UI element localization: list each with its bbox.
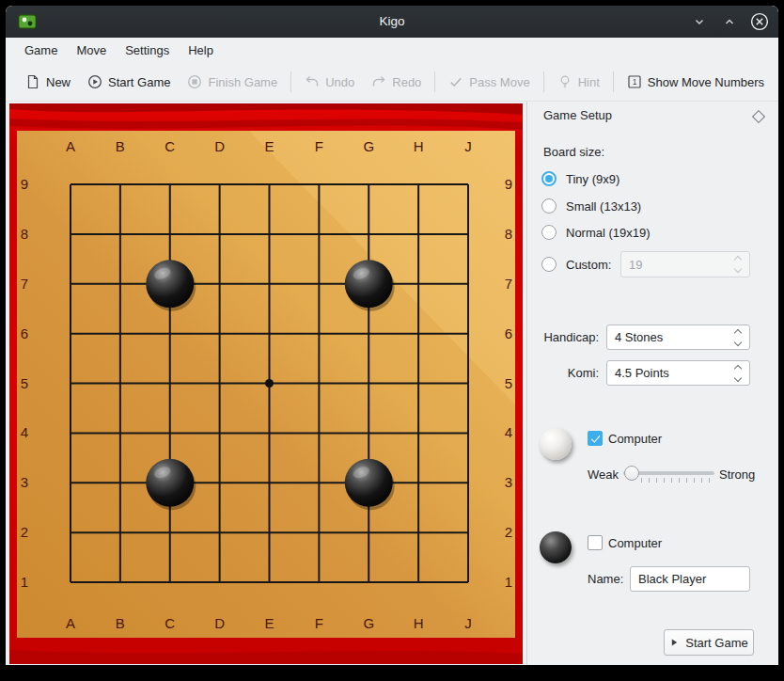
radio-custom[interactable] (541, 257, 557, 272)
board-row-label-right: 1 (505, 574, 512, 590)
board-column-label-bottom: E (264, 615, 274, 631)
titlebar: Kigo (6, 6, 778, 38)
kigo-window: Kigo Game Move Settings Help NewStart Ga… (6, 6, 778, 665)
board-row-label-left: 5 (21, 375, 28, 391)
board-row-label-left: 8 (21, 226, 28, 242)
strength-slider-handle[interactable] (624, 466, 639, 481)
toolbar-button-redo: Redo (363, 70, 430, 94)
toolbar-separator (290, 71, 291, 92)
star-point-e5 (265, 379, 274, 388)
toolbar-button-label: Redo (392, 75, 421, 89)
handicap-label: Handicap: (528, 325, 599, 350)
menu-game[interactable]: Game (15, 40, 67, 61)
window-controls (690, 6, 769, 38)
content-area: AABBCCDDEEFFGGHHJJ998877665544332211 Gam… (6, 102, 778, 665)
new-document-icon (25, 74, 40, 89)
lightbulb-icon (557, 74, 572, 89)
board-row-label-left: 1 (21, 574, 28, 590)
radio-tiny-label: Tiny (9x9) (566, 172, 619, 186)
toolbar-button-new[interactable]: New (17, 70, 79, 94)
radio-normal[interactable] (541, 225, 557, 240)
board-row-label-right: 3 (505, 474, 512, 490)
radio-normal-label: Normal (19x19) (566, 226, 651, 240)
toolbar-button-label: Pass Move (469, 75, 529, 89)
stop-circle-icon (187, 74, 202, 89)
komi-value: 4.5 Points (607, 366, 735, 380)
toolbar-button-show-move-numbers[interactable]: 1Show Move Numbers (619, 70, 773, 94)
board-row-label-left: 6 (21, 325, 28, 341)
player-name-input[interactable] (630, 566, 750, 592)
board-column-label-top: A (66, 138, 75, 154)
player-name-label: Name: (588, 566, 623, 592)
custom-size-value: 19 (621, 258, 735, 272)
white-stone-icon (540, 428, 572, 460)
undo-arrow-icon (305, 74, 320, 89)
toolbar-button-finish-game: Finish Game (179, 70, 286, 94)
white-computer-checkbox[interactable] (588, 431, 603, 446)
strength-slider-ticks (641, 478, 716, 483)
svg-text:1: 1 (632, 77, 636, 87)
black-computer-label: Computer (608, 536, 662, 550)
radio-small[interactable] (541, 198, 557, 214)
board-column-label-top: E (264, 138, 274, 154)
board-column-label-bottom: G (363, 615, 374, 631)
toolbar-button-label: New (46, 75, 71, 89)
board-column-label-top: C (165, 138, 175, 154)
board-column-label-bottom: J (464, 615, 472, 631)
close-icon[interactable] (750, 12, 769, 31)
board-column-label-top: B (116, 138, 125, 154)
strength-weak-label: Weak (588, 467, 619, 482)
board-size-label: Board size: (543, 145, 604, 159)
toolbar-button-pass-move: Pass Move (440, 70, 538, 94)
custom-size-spinbox: 19 (620, 251, 750, 277)
board-column-label-bottom: C (165, 615, 175, 631)
radio-tiny[interactable] (541, 171, 557, 186)
board-row-label-right: 9 (505, 176, 512, 192)
toolbar-button-hint: Hint (549, 70, 608, 94)
board-row-label-left: 3 (21, 474, 28, 490)
menubar: Game Move Settings Help (6, 38, 778, 63)
panel-title: Game Setup (543, 108, 612, 122)
board-row-label-left: 7 (21, 276, 28, 292)
toolbar-button-undo: Undo (296, 70, 363, 94)
toolbar-button-label: Finish Game (208, 75, 277, 89)
start-game-button[interactable]: Start Game (664, 629, 754, 656)
board-row-label-left: 2 (21, 524, 28, 540)
spinner-arrows-icon (735, 257, 741, 272)
go-stone-g7 (345, 260, 393, 308)
toolbar-button-label: Undo (325, 75, 354, 89)
maximize-icon[interactable] (720, 12, 739, 31)
board-column-label-top: G (363, 138, 374, 154)
board-row-label-right: 7 (505, 276, 512, 292)
go-stone-c7 (146, 260, 194, 308)
go-board[interactable]: AABBCCDDEEFFGGHHJJ998877665544332211 (9, 103, 523, 664)
handicap-spinbox[interactable]: 4 Stones (606, 325, 750, 350)
black-computer-checkbox[interactable] (588, 535, 603, 550)
menu-move[interactable]: Move (67, 40, 116, 61)
toolbar-separator (543, 71, 544, 92)
go-stone-c3 (146, 459, 194, 507)
board-column-label-bottom: H (414, 615, 424, 631)
dock-float-icon[interactable] (752, 110, 765, 123)
start-game-button-label: Start Game (685, 636, 747, 650)
toolbar-button-label: Hint (578, 75, 600, 89)
toolbar-button-label: Show Move Numbers (648, 75, 764, 89)
toolbar-separator (434, 71, 435, 92)
spinner-arrows-icon (735, 366, 741, 381)
menu-settings[interactable]: Settings (116, 40, 179, 61)
minimize-icon[interactable] (690, 12, 709, 31)
board-column-label-top: H (414, 138, 424, 154)
board-row-label-right: 8 (505, 226, 512, 242)
komi-label: Komi: (528, 360, 599, 386)
toolbar: NewStart GameFinish GameUndoRedoPass Mov… (6, 63, 778, 102)
board-column-label-bottom: A (66, 615, 75, 631)
komi-spinbox[interactable]: 4.5 Points (606, 360, 750, 386)
play-triangle-icon (669, 638, 679, 647)
redo-arrow-icon (371, 74, 386, 89)
toolbar-button-start-game[interactable]: Start Game (79, 70, 179, 94)
go-stone-g3 (345, 459, 393, 507)
toolbar-button-label: Start Game (108, 75, 170, 89)
strength-strong-label: Strong (719, 467, 755, 482)
board-row-label-right: 6 (505, 325, 512, 341)
menu-help[interactable]: Help (179, 40, 223, 61)
